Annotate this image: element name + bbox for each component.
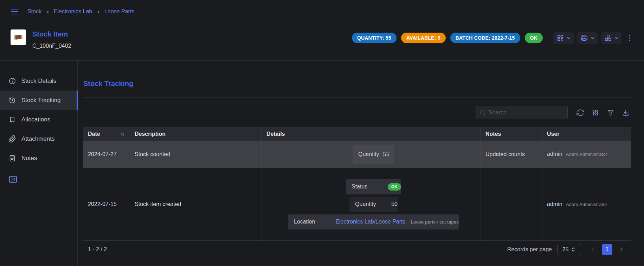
chevron-right-icon [618,246,624,253]
detail-value: 55 [383,151,389,158]
adjustments-icon [592,109,599,117]
topbar: Stock > Electronics Lab > Loose Parts [0,0,644,23]
username: admin [547,201,562,207]
breadcrumb-electronics-lab[interactable]: Electronics Lab [54,8,92,15]
breadcrumb-separator: > [46,9,49,15]
search-box [476,106,568,119]
chevron-down-icon [614,36,619,40]
records-per-page-label: Records per page [507,246,552,253]
sidebar-item-stock-details[interactable]: Stock Details [0,71,77,91]
column-header-user[interactable]: User [542,127,631,141]
printer-icon [580,34,588,42]
pagination: 1 [588,244,626,255]
more-options-button[interactable] [624,32,635,44]
available-badge: AVAILABLE: 5 [401,33,446,43]
filter-funnel-icon [607,109,614,117]
detail-label: Status [352,184,388,190]
user-full-name: Adam Administrator [566,152,607,157]
main-panel: Stock Tracking [78,61,644,266]
header-right: QUANTITY: 55 AVAILABLE: 5 BATCH CODE: 20… [352,29,635,44]
stock-operations-button[interactable] [601,32,622,44]
breadcrumb-separator: > [97,9,100,15]
breadcrumb: Stock > Electronics Lab > Loose Parts [27,8,134,15]
detail-row-status: Status OK [346,179,401,194]
cell-date: 2022-07-15 [83,168,130,240]
info-circle-icon [8,77,16,85]
username: admin [547,151,562,157]
table-row: 2024-07-27 Stock counted Quantity 55 Upd… [83,141,631,168]
cell-notes [481,168,542,240]
cell-user: admin Adam Administrator [542,141,631,168]
location-dash: - [330,219,332,225]
chevron-down-icon [590,36,595,40]
batch-code-badge: BATCH CODE: 2022-7-15 [450,33,520,43]
download-icon [622,109,630,117]
chevron-left-icon [590,246,596,253]
breadcrumb-loose-parts[interactable]: Loose Parts [104,8,134,15]
sidebar-item-stock-tracking[interactable]: Stock Tracking [0,91,77,110]
refresh-button[interactable] [575,107,586,118]
menu-hamburger-button[interactable] [9,6,20,17]
previous-page-button[interactable] [588,244,598,255]
detail-value: 50 [391,201,398,207]
print-actions-button[interactable] [577,32,598,44]
column-label: Details [266,131,285,137]
hamburger-icon [9,7,19,16]
page-size-value: 25 [562,246,569,253]
download-button[interactable] [620,107,631,118]
records-per-page-select[interactable]: 25 [558,244,580,255]
sidebar-item-notes[interactable]: Notes [0,148,77,168]
location-link[interactable]: Electronics Lab/Loose Parts [335,219,405,225]
column-header-details[interactable]: Details [262,127,481,141]
location-description: Loose parts / cut tapes [411,219,459,225]
page-1-button[interactable]: 1 [602,244,612,255]
table-options-button[interactable] [590,107,601,118]
history-icon [8,97,16,104]
table-footer: 1 - 2 / 2 Records per page 25 [83,241,631,258]
page-header: Stock Item C_100nF_0402 QUANTITY: 55 AVA… [0,23,644,60]
page-subtitle: C_100nF_0402 [32,43,71,49]
stock-tracking-table: Date Description Details Notes User [83,127,631,258]
barcode-actions-button[interactable] [553,32,574,44]
user-full-name: Adam Administrator [566,202,607,207]
ok-status-badge: OK [525,33,543,43]
sidebar-item-attachments[interactable]: Attachments [0,129,77,148]
cell-notes: Updated counts [481,141,542,168]
search-icon [479,109,486,116]
column-label: Date [88,131,100,137]
record-range: 1 - 2 / 2 [88,246,107,253]
next-page-button[interactable] [616,244,626,255]
stock-item-thumbnail[interactable] [11,29,26,45]
capacitor-image [14,35,22,40]
search-input[interactable] [489,109,564,116]
breadcrumb-stock[interactable]: Stock [27,8,41,15]
quantity-badge: QUANTITY: 55 [352,33,397,43]
sidebar-collapse-icon [8,175,18,184]
detail-row-location: Location - Electronics Lab/Loose Parts L… [288,214,459,230]
column-label: Notes [485,131,501,137]
status-badges: QUANTITY: 55 AVAILABLE: 5 BATCH CODE: 20… [352,33,543,43]
bookmark-icon [8,116,16,124]
cell-date: 2024-07-27 [83,141,130,168]
column-header-description[interactable]: Description [130,127,262,141]
panel-divider [83,97,631,98]
dots-vertical-icon [626,34,633,42]
cell-description: Stock item created [130,168,262,240]
table-header-row: Date Description Details Notes User [83,127,631,141]
column-header-date[interactable]: Date [83,127,130,141]
paperclip-icon [8,135,16,143]
cell-details: Quantity 55 [262,141,481,168]
filter-button[interactable] [605,107,616,118]
footer-right: Records per page 25 1 [507,244,626,255]
sidebar-item-allocations[interactable]: Allocations [0,110,77,129]
sort-arrows-icon [120,132,125,137]
sidebar-item-label: Stock Details [21,78,56,85]
cell-details: Status OK Quantity 50 Location - Electro… [262,168,481,240]
column-header-notes[interactable]: Notes [481,127,542,141]
sidebar: Stock Details Stock Tracking Allocations [0,61,78,266]
status-ok-badge: OK [388,183,401,191]
collapse-sidebar-button[interactable] [8,175,18,184]
chevron-down-icon [566,36,571,40]
packages-icon [604,34,612,42]
content: Stock Details Stock Tracking Allocations [0,61,644,266]
